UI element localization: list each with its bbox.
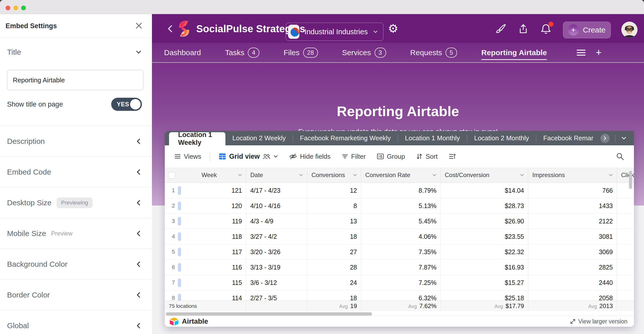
- cell-impressions[interactable]: 766: [528, 183, 617, 198]
- nav-tab-dashboard[interactable]: Dashboard: [164, 44, 201, 61]
- cell-clicks[interactable]: [617, 244, 634, 260]
- create-button[interactable]: + Create: [563, 22, 611, 38]
- cell-impressions[interactable]: 2825: [528, 260, 617, 275]
- select-all-checkbox[interactable]: [168, 172, 175, 179]
- cell-week[interactable]: 4118: [165, 229, 246, 244]
- chevron-down-icon[interactable]: [621, 135, 627, 142]
- grid-view-button[interactable]: Grid view: [219, 153, 278, 160]
- cell-date[interactable]: 3/6 - 3/12: [246, 275, 307, 290]
- cell-rate[interactable]: 7.35%: [361, 244, 441, 260]
- cell-rate[interactable]: 8.79%: [361, 183, 441, 198]
- hide-fields-button[interactable]: Hide fields: [289, 153, 330, 160]
- column-header-rate[interactable]: Conversion Rate: [361, 168, 441, 183]
- cell-conversions[interactable]: 18: [307, 229, 361, 244]
- cell-rate[interactable]: 4.06%: [361, 229, 441, 244]
- back-icon[interactable]: [167, 24, 174, 33]
- nav-tab-files[interactable]: Files28: [284, 43, 318, 62]
- cell-date[interactable]: 3/27 - 4/2: [246, 229, 307, 244]
- chevron-left-icon[interactable]: [135, 261, 142, 268]
- cell-date[interactable]: 4/10 - 4/16: [246, 198, 307, 214]
- cell-cost[interactable]: $25.18: [441, 290, 528, 300]
- column-header-date[interactable]: Date: [246, 168, 307, 183]
- cell-impressions[interactable]: 1433: [528, 198, 617, 214]
- filter-button[interactable]: Filter: [342, 153, 366, 160]
- cell-date[interactable]: 4/3 - 4/9: [246, 214, 307, 229]
- vertical-scrollbar[interactable]: [629, 171, 632, 189]
- cell-clicks[interactable]: [617, 198, 634, 214]
- column-header-cost[interactable]: Cost/Conversion: [441, 168, 528, 183]
- column-header-impressions[interactable]: Impressions: [528, 168, 617, 183]
- column-header-week[interactable]: Week: [165, 168, 246, 183]
- cell-conversions[interactable]: 27: [307, 244, 361, 260]
- chevron-down-icon[interactable]: [608, 173, 613, 178]
- cell-conversions[interactable]: 13: [307, 214, 361, 229]
- cell-impressions[interactable]: 3069: [528, 244, 617, 260]
- horizontal-scrollbar[interactable]: [166, 312, 372, 316]
- chevron-left-icon[interactable]: [135, 199, 142, 206]
- user-avatar[interactable]: [621, 22, 637, 38]
- cell-week[interactable]: 6116: [165, 260, 246, 275]
- cell-impressions[interactable]: 2440: [528, 275, 617, 290]
- title-input[interactable]: [7, 70, 143, 90]
- chevron-left-icon[interactable]: [135, 169, 142, 175]
- view-larger-link[interactable]: View larger version: [570, 318, 627, 325]
- cell-conversions[interactable]: 8: [307, 198, 361, 214]
- views-button[interactable]: Views: [174, 153, 201, 160]
- airtable-tab[interactable]: Location 2 Monthly: [467, 131, 536, 145]
- cell-cost[interactable]: $28.73: [441, 198, 528, 214]
- cell-conversions[interactable]: 12: [307, 183, 361, 198]
- cell-date[interactable]: 2/27 - 3/5: [246, 290, 307, 300]
- cell-rate[interactable]: 7.87%: [361, 260, 441, 275]
- cell-cost[interactable]: $26.90: [441, 214, 528, 229]
- cell-cost[interactable]: $15.27: [441, 275, 528, 290]
- search-icon[interactable]: [616, 152, 624, 161]
- share-icon[interactable]: [517, 23, 529, 35]
- tabs-menu-icon[interactable]: [577, 49, 586, 56]
- nav-tab-requests[interactable]: Requests5: [410, 43, 457, 62]
- settings-section-global[interactable]: Global: [0, 310, 152, 334]
- cell-rate[interactable]: 5.13%: [361, 198, 441, 214]
- airtable-brand[interactable]: Airtable: [169, 317, 208, 326]
- cell-clicks[interactable]: [617, 260, 634, 275]
- cell-cost[interactable]: $16.93: [441, 260, 528, 275]
- airtable-tab[interactable]: Facebook Remar: [536, 131, 600, 145]
- add-tab-icon[interactable]: +: [596, 47, 601, 58]
- cell-cost[interactable]: $14.04: [441, 183, 528, 198]
- chevron-down-icon[interactable]: [237, 173, 243, 178]
- cell-rate[interactable]: 7.25%: [361, 275, 441, 290]
- cell-impressions[interactable]: 3081: [528, 229, 617, 244]
- group-button[interactable]: Group: [377, 153, 405, 160]
- airtable-tab[interactable]: Facebook Remarketing Weekly: [293, 131, 398, 145]
- cell-conversions[interactable]: 18: [307, 290, 361, 300]
- nav-tab-tasks[interactable]: Tasks4: [225, 43, 260, 62]
- sort-button[interactable]: Sort: [416, 153, 438, 160]
- cell-week[interactable]: 2120: [165, 198, 246, 214]
- cell-clicks[interactable]: [617, 275, 634, 290]
- column-header-conversions[interactable]: Conversions: [307, 168, 361, 183]
- cell-conversions[interactable]: 28: [307, 260, 361, 275]
- brush-icon[interactable]: [495, 23, 507, 35]
- client-selector[interactable]: Industrial Industries: [286, 23, 383, 41]
- chevron-left-icon[interactable]: [135, 292, 142, 298]
- cell-week[interactable]: 5117: [165, 244, 246, 260]
- close-icon[interactable]: [134, 21, 143, 30]
- row-height-button[interactable]: [449, 153, 456, 160]
- cell-clicks[interactable]: [617, 229, 634, 244]
- window-zoom-button[interactable]: [21, 6, 26, 10]
- airtable-tab[interactable]: Location 2 Weekly: [225, 131, 293, 145]
- chevron-down-icon[interactable]: [135, 49, 142, 55]
- bell-icon[interactable]: [540, 23, 552, 35]
- window-close-button[interactable]: [6, 6, 10, 10]
- airtable-tab[interactable]: Location 1 Monthly: [398, 131, 467, 145]
- cell-cost[interactable]: $23.55: [441, 229, 528, 244]
- show-title-toggle[interactable]: YES: [111, 98, 142, 111]
- settings-section-desktop-size[interactable]: Desktop SizePreviewing: [0, 187, 152, 218]
- window-minimize-button[interactable]: [13, 6, 18, 10]
- cell-impressions[interactable]: 2122: [528, 214, 617, 229]
- settings-section-embed-code[interactable]: Embed Code: [0, 157, 152, 187]
- cell-week[interactable]: 7115: [165, 275, 246, 290]
- cell-week[interactable]: 8114: [165, 290, 246, 300]
- airtable-tab-active[interactable]: Location 1 Weekly: [169, 132, 225, 145]
- cell-week[interactable]: 3119: [165, 214, 246, 229]
- cell-rate[interactable]: 5.45%: [361, 214, 441, 229]
